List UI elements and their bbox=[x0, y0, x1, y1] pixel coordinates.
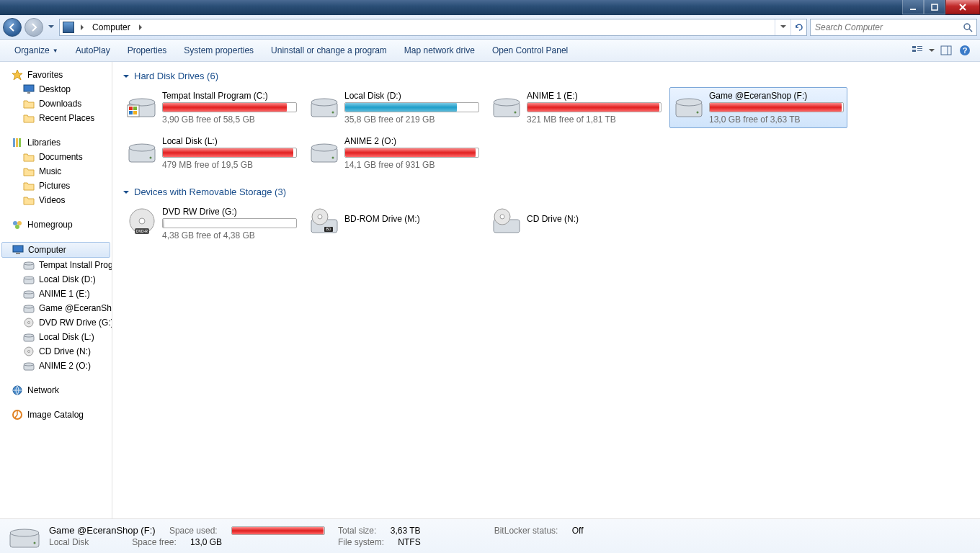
drive-name: Local Disk (D:) bbox=[344, 91, 479, 102]
usage-bar bbox=[162, 102, 297, 112]
drive-item[interactable]: Local Disk (D:)35,8 GB free of 219 GB bbox=[305, 87, 483, 128]
recent-locations-dropdown[interactable] bbox=[46, 20, 56, 35]
svg-point-33 bbox=[28, 322, 30, 324]
svg-rect-14 bbox=[24, 85, 34, 91]
space-used-bar bbox=[231, 526, 325, 535]
content-pane: Hard Disk Drives (6) Tempat Install Prog… bbox=[112, 62, 980, 518]
drive-item[interactable]: DVD-RDVD RW Drive (G:)4,38 GB free of 4,… bbox=[122, 203, 300, 244]
svg-text:DVD-R: DVD-R bbox=[136, 229, 148, 233]
svg-point-2 bbox=[964, 24, 970, 30]
svg-point-56 bbox=[676, 99, 702, 106]
drive-item[interactable]: ANIME 2 (O:)14,1 GB free of 931 GB bbox=[305, 132, 483, 174]
sidebar-item-desktop[interactable]: Desktop bbox=[0, 82, 112, 96]
svg-point-70 bbox=[318, 215, 322, 219]
address-dropdown[interactable] bbox=[775, 19, 790, 35]
sidebar-item-drive[interactable]: ANIME 2 (O:) bbox=[0, 359, 112, 373]
drive-free-text: 35,8 GB free of 219 GB bbox=[344, 114, 479, 125]
back-button[interactable] bbox=[3, 18, 22, 37]
details-space-free: 13,0 GB bbox=[190, 537, 222, 547]
svg-point-65 bbox=[139, 218, 145, 224]
group-header-removable[interactable]: Devices with Removable Storage (3) bbox=[122, 184, 970, 203]
computer-icon bbox=[63, 22, 74, 33]
refresh-button[interactable] bbox=[790, 19, 806, 35]
svg-rect-46 bbox=[133, 107, 137, 110]
sidebar-item-music[interactable]: Music bbox=[0, 164, 112, 179]
drive-icon bbox=[308, 136, 340, 165]
sidebar-item-drive[interactable]: CD Drive (N:) bbox=[0, 344, 112, 359]
navigation-pane: Favorites Desktop Downloads Recent Place… bbox=[0, 62, 112, 518]
organize-menu[interactable]: Organize▼ bbox=[6, 40, 67, 61]
libraries-icon bbox=[12, 137, 23, 148]
drive-item[interactable]: Local Disk (L:)479 MB free of 19,5 GB bbox=[122, 132, 300, 174]
sidebar-item-drive[interactable]: ANIME 1 (E:) bbox=[0, 287, 112, 301]
drive-icon bbox=[308, 91, 340, 120]
svg-rect-6 bbox=[917, 46, 922, 47]
sidebar-item-pictures[interactable]: Pictures bbox=[0, 179, 112, 193]
change-view-button[interactable] bbox=[908, 42, 927, 58]
svg-point-59 bbox=[129, 144, 155, 151]
change-view-dropdown[interactable] bbox=[927, 42, 937, 58]
image-catalog-header[interactable]: Image Catalog bbox=[0, 408, 112, 422]
system-properties-button[interactable]: System properties bbox=[175, 40, 262, 61]
preview-pane-button[interactable] bbox=[937, 42, 956, 58]
drive-item[interactable]: CD Drive (N:) bbox=[487, 203, 665, 244]
favorites-header[interactable]: Favorites bbox=[0, 68, 112, 82]
computer-icon bbox=[12, 244, 24, 256]
svg-point-62 bbox=[311, 144, 337, 151]
minimize-button[interactable] bbox=[902, 0, 924, 14]
drive-icon bbox=[126, 91, 158, 120]
open-control-panel-button[interactable]: Open Control Panel bbox=[484, 40, 576, 61]
favorites-label: Favorites bbox=[27, 70, 63, 80]
address-bar[interactable]: Computer bbox=[59, 19, 807, 36]
sidebar-item-drive[interactable]: Tempat Install Prog bbox=[0, 258, 112, 272]
drive-item[interactable]: BDBD-ROM Drive (M:) bbox=[305, 203, 483, 244]
hdd-icon bbox=[9, 523, 40, 550]
svg-point-35 bbox=[24, 334, 34, 337]
drive-icon: DVD-R bbox=[126, 207, 158, 235]
search-icon[interactable] bbox=[959, 22, 976, 32]
sidebar-item-recent-places[interactable]: Recent Places bbox=[0, 111, 112, 125]
drive-item[interactable]: Tempat Install Program (C:)3,90 GB free … bbox=[122, 87, 300, 128]
help-button[interactable]: ? bbox=[956, 42, 974, 58]
hdd-icon bbox=[23, 360, 35, 372]
breadcrumb-chevron[interactable] bbox=[135, 19, 146, 35]
sidebar-item-videos[interactable]: Videos bbox=[0, 193, 112, 207]
usage-bar bbox=[709, 102, 844, 112]
svg-rect-48 bbox=[133, 111, 137, 114]
svg-point-31 bbox=[24, 305, 34, 308]
search-box[interactable] bbox=[810, 19, 977, 36]
homegroup-header[interactable]: Homegroup bbox=[0, 217, 112, 232]
drive-item[interactable]: ANIME 1 (E:)321 MB free of 1,81 TB bbox=[487, 87, 665, 128]
usage-bar bbox=[162, 218, 297, 228]
libraries-header[interactable]: Libraries bbox=[0, 135, 112, 150]
computer-header[interactable]: Computer bbox=[1, 242, 110, 258]
svg-text:?: ? bbox=[963, 46, 968, 55]
close-button[interactable] bbox=[945, 0, 980, 14]
window-titlebar bbox=[0, 0, 980, 15]
properties-button[interactable]: Properties bbox=[119, 40, 176, 61]
sidebar-item-drive[interactable]: Local Disk (L:) bbox=[0, 330, 112, 344]
image-catalog-icon bbox=[12, 409, 23, 421]
uninstall-button[interactable]: Uninstall or change a program bbox=[262, 40, 396, 61]
music-icon bbox=[23, 166, 35, 177]
svg-point-63 bbox=[332, 157, 334, 159]
autoplay-button[interactable]: AutoPlay bbox=[67, 40, 119, 61]
drive-item[interactable]: Game @EceranShop (F:)13,0 GB free of 3,6… bbox=[669, 87, 847, 128]
navigation-bar: Computer bbox=[0, 15, 980, 40]
drive-icon bbox=[673, 91, 705, 120]
sidebar-item-drive[interactable]: DVD RW Drive (G:) bbox=[0, 315, 112, 330]
breadcrumb-computer[interactable]: Computer bbox=[87, 19, 135, 35]
sidebar-item-downloads[interactable]: Downloads bbox=[0, 96, 112, 111]
group-header-hdd[interactable]: Hard Disk Drives (6) bbox=[122, 68, 970, 87]
folder-icon bbox=[23, 112, 35, 124]
search-input[interactable] bbox=[811, 22, 959, 32]
maximize-button[interactable] bbox=[924, 0, 945, 14]
breadcrumb-root-chevron[interactable] bbox=[77, 19, 87, 35]
sidebar-item-drive[interactable]: Local Disk (D:) bbox=[0, 272, 112, 287]
forward-button[interactable] bbox=[24, 18, 43, 37]
sidebar-item-drive[interactable]: Game @EceranShop bbox=[0, 301, 112, 315]
map-network-drive-button[interactable]: Map network drive bbox=[396, 40, 484, 61]
network-header[interactable]: Network bbox=[0, 383, 112, 397]
sidebar-item-documents[interactable]: Documents bbox=[0, 150, 112, 164]
svg-rect-15 bbox=[27, 92, 30, 94]
